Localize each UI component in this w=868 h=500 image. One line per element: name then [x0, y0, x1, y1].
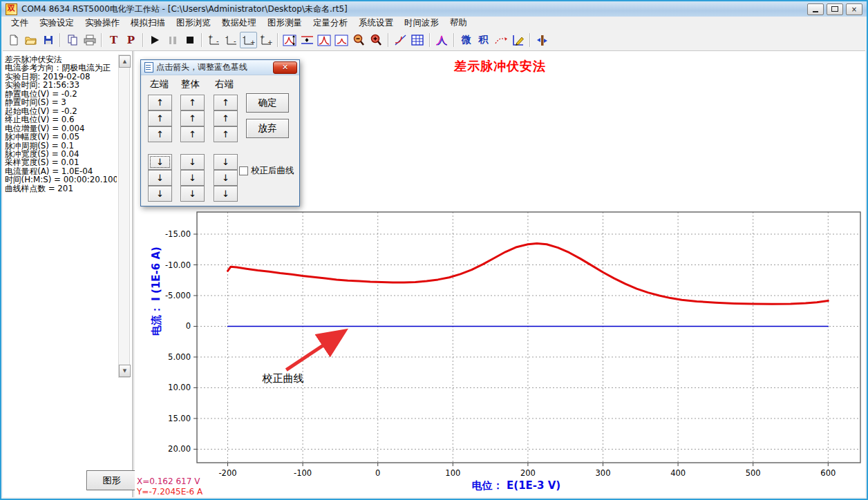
copy-button[interactable] [64, 32, 81, 48]
down-arrow-icon: ↓ [222, 173, 229, 183]
corrected-curve-checkbox-row: 校正后曲线 [239, 165, 294, 177]
dialog-title-bar[interactable]: 点击箭头，调整蓝色基线 ✕ [141, 60, 299, 75]
exit-button[interactable] [534, 32, 551, 48]
axis-origin-minus-button[interactable]: +- [205, 32, 223, 48]
corrected-curve-checkbox[interactable] [239, 166, 248, 175]
overlay-peaks-button[interactable] [433, 32, 451, 48]
graph-button[interactable]: 图形 [86, 470, 137, 490]
left-up-button-3[interactable]: ↑ [148, 126, 172, 142]
smooth-curve-button[interactable] [492, 32, 509, 48]
toolbar: T P +- -- -+ ++ 微 积 [3, 30, 865, 51]
peak-scale-button[interactable] [281, 32, 299, 48]
scroll-up-button[interactable]: ▲ [119, 55, 131, 68]
baseline-compress-button[interactable] [299, 32, 316, 48]
x-axis-label: 电位： E(1E-3 V) [447, 479, 585, 492]
run-button[interactable] [147, 32, 164, 48]
derivative-button[interactable] [392, 32, 409, 48]
integral-button[interactable]: 积 [475, 32, 492, 48]
edit-graph-button[interactable] [509, 32, 527, 48]
cancel-button[interactable]: 放弃 [246, 119, 289, 138]
whole-up-button-1[interactable]: ↑ [180, 95, 205, 110]
open-file-button[interactable] [22, 32, 39, 48]
panel-scrollbar[interactable]: ▲ ▼ [118, 55, 130, 378]
left-down-button-3[interactable]: ↓ [148, 186, 172, 202]
data-table-button[interactable] [409, 32, 426, 48]
right-up-button-1[interactable]: ↑ [214, 95, 238, 110]
zoom-out-button[interactable] [350, 32, 368, 48]
menu-system-settings[interactable]: 系统设置 [353, 16, 399, 30]
y-tick-label: 5.000 [168, 352, 191, 362]
peak-small-button[interactable] [333, 32, 350, 48]
minimize-button[interactable] [807, 3, 824, 15]
peak-scale-icon [283, 34, 297, 47]
column-header-whole: 整体 [181, 78, 200, 90]
right-down-button-3[interactable]: ↓ [214, 186, 238, 202]
zoom-in-button[interactable] [368, 32, 385, 48]
plot-frame [197, 212, 860, 463]
run-icon [151, 36, 159, 44]
whole-down-button-1[interactable]: ↓ [180, 154, 205, 170]
menu-quantitative-analysis[interactable]: 定量分析 [308, 16, 353, 30]
pause-button[interactable] [164, 32, 181, 48]
y-tick-label: 10.00 [168, 383, 191, 392]
p-marker-button[interactable]: P [122, 32, 140, 48]
open-file-icon [25, 35, 37, 46]
menu-graph-measure[interactable]: 图形测量 [262, 16, 308, 30]
close-button[interactable]: × [846, 3, 862, 15]
title-bar[interactable]: 双 COM4 8634 RST5000电化学工作站 - [C:\Users\Ad… [1, 1, 867, 17]
menu-simulated-scan[interactable]: 模拟扫描 [125, 16, 171, 30]
right-up-button-3[interactable]: ↑ [214, 126, 238, 142]
menu-help[interactable]: 帮助 [444, 16, 473, 30]
menu-data-processing[interactable]: 数据处理 [216, 16, 262, 30]
x-tick-label: 500 [746, 468, 761, 478]
whole-down-button-2[interactable]: ↓ [180, 170, 205, 186]
x-tick-label: 300 [596, 468, 611, 478]
stop-button[interactable] [181, 32, 198, 48]
menu-experiment-operation[interactable]: 实验操作 [79, 16, 125, 30]
svg-text:+: + [208, 34, 214, 40]
whole-up-button-2[interactable]: ↑ [180, 110, 205, 126]
peak-view-button[interactable] [316, 32, 333, 48]
right-down-button-2[interactable]: ↓ [214, 170, 238, 186]
dialog-close-button[interactable]: ✕ [273, 61, 297, 74]
svg-text:-: - [225, 34, 228, 41]
menu-graph-browse[interactable]: 图形浏览 [171, 16, 216, 30]
scroll-up-icon: ▲ [123, 59, 126, 64]
ok-button[interactable]: 确定 [246, 93, 289, 113]
save-button[interactable] [39, 32, 57, 48]
axis-minus-button[interactable]: -- [223, 32, 240, 48]
maximize-button[interactable] [827, 3, 843, 15]
derivative-icon [394, 34, 408, 47]
menu-time-waveform[interactable]: 时间波形 [399, 16, 444, 30]
param-line: 时间(H:M:S) = 00:00:20.100 [5, 175, 117, 184]
scroll-down-button[interactable]: ▼ [119, 365, 131, 377]
menu-experiment-settings[interactable]: 实验设定 [34, 16, 79, 30]
y-tick-label: -5.000 [165, 291, 191, 300]
left-down-button-1[interactable]: ↓ [148, 154, 172, 170]
save-icon [43, 35, 54, 46]
left-down-button-2[interactable]: ↓ [148, 170, 172, 186]
whole-down-button-3[interactable]: ↓ [180, 186, 205, 202]
smooth-curve-icon [494, 34, 508, 47]
differential-button[interactable]: 微 [457, 32, 475, 48]
axis-origin-plus-button[interactable]: ++ [257, 32, 274, 48]
parameter-panel: 差示脉冲伏安法 电流参考方向：阴极电流为正 实验日期: 2019-02-08 实… [3, 51, 133, 497]
axis-plus-button[interactable]: -+ [240, 32, 257, 48]
print-button[interactable] [81, 32, 98, 48]
menu-file[interactable]: 文件 [6, 16, 34, 30]
y-axis-label: 电流： I (1E-6 A) [150, 188, 163, 395]
right-up-button-2[interactable]: ↑ [214, 110, 238, 126]
baseline-compress-icon [300, 34, 314, 47]
left-up-button-2[interactable]: ↑ [148, 110, 172, 126]
whole-up-button-3[interactable]: ↑ [180, 126, 205, 142]
y-tick-label: 15.00 [168, 414, 191, 423]
column-header-right-end: 右端 [215, 78, 234, 90]
param-line: 终止电位(V) = 0.6 [5, 115, 117, 124]
t-marker-button[interactable]: T [105, 32, 122, 48]
up-arrow-icon: ↑ [156, 113, 164, 124]
new-file-button[interactable] [5, 32, 22, 48]
left-up-button-1[interactable]: ↑ [148, 95, 172, 110]
param-line: 脉冲幅度(V) = 0.05 [5, 133, 117, 141]
right-down-button-1[interactable]: ↓ [214, 154, 238, 170]
print-icon [84, 35, 96, 46]
